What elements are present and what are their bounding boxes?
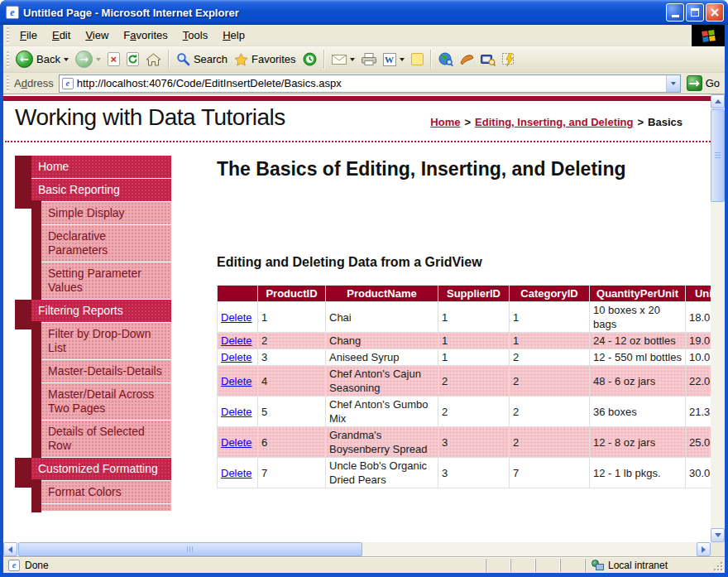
delete-link[interactable]: Delete: [221, 406, 252, 418]
address-dropdown-button[interactable]: [666, 75, 680, 92]
menu-edit[interactable]: Edit: [45, 29, 78, 41]
word-icon: W: [383, 53, 396, 66]
stop-button[interactable]: ×: [104, 50, 123, 68]
sidebar-item-details-of-selected-row[interactable]: Details of Selected Row: [15, 421, 171, 457]
sidebar-item-simple-display[interactable]: Simple Display: [15, 202, 171, 224]
chevron-right-icon: [702, 546, 706, 553]
vertical-scrollbar[interactable]: [711, 94, 725, 542]
action-cell: Delete: [218, 397, 258, 427]
scrollbar-corner: [711, 542, 725, 556]
chevron-down-icon: [715, 533, 721, 537]
custom-tool-button[interactable]: [457, 51, 477, 67]
go-label: Go: [706, 77, 720, 89]
sidebar-item-setting-parameter-values[interactable]: Setting Parameter Values: [15, 262, 171, 299]
addressbar-grip-handle[interactable]: [7, 75, 9, 92]
toolbar-separator: [323, 50, 325, 69]
browser-window: e Untitled Page - Microsoft Internet Exp…: [0, 0, 728, 577]
delete-link[interactable]: Delete: [221, 351, 252, 363]
print-button[interactable]: [358, 51, 380, 67]
research-button[interactable]: [435, 50, 457, 68]
go-button[interactable]: → Go: [687, 75, 720, 91]
search-label: Search: [194, 53, 228, 65]
back-button[interactable]: ← Back: [12, 49, 72, 70]
sidebar-item-label: Filtering Reports: [31, 300, 171, 322]
menu-file[interactable]: File: [12, 29, 45, 41]
sidebar-item-master-details-details[interactable]: Master-Details-Details: [15, 360, 171, 382]
sidebar-item-customized-formatting[interactable]: Customized Formatting: [15, 458, 171, 480]
window-frame: FileEditViewFavoritesToolsHelp ← Back → …: [3, 25, 725, 573]
scroll-right-button[interactable]: [697, 542, 711, 556]
search-button[interactable]: Search: [173, 50, 231, 68]
sidebar-item-basic-reporting[interactable]: Basic Reporting: [15, 179, 171, 201]
delete-link[interactable]: Delete: [221, 311, 252, 324]
horizontal-scrollbar[interactable]: [3, 542, 711, 556]
cell-productname: Chang: [326, 333, 438, 349]
cell-productid: 6: [258, 427, 326, 458]
toolbar-separator: [430, 50, 432, 69]
grid-row: Delete2Chang1124 - 12 oz bottles19.0: [218, 333, 711, 349]
favorites-button[interactable]: Favorites: [231, 51, 299, 68]
refresh-button[interactable]: [123, 50, 142, 68]
menu-favorites[interactable]: Favorites: [116, 29, 175, 41]
sidebar-item-filter-by-drop-down-list[interactable]: Filter by Drop-Down List: [15, 323, 171, 359]
horizontal-scroll-thumb[interactable]: [18, 542, 362, 556]
windows-throbber: [692, 25, 725, 46]
address-label: Address: [14, 77, 54, 89]
sidebar-item-home[interactable]: Home: [15, 156, 171, 178]
vertical-scroll-thumb[interactable]: [711, 109, 725, 202]
maximize-button[interactable]: [686, 3, 704, 22]
local-intranet-icon: [592, 560, 604, 570]
cell-supplierid: 1: [438, 349, 510, 366]
sidebar-item-declarative-parameters[interactable]: Declarative Parameters: [15, 225, 171, 262]
delete-link[interactable]: Delete: [221, 334, 252, 347]
minimize-button[interactable]: [666, 3, 684, 22]
menu-view[interactable]: View: [78, 29, 116, 41]
cell-productname: Aniseed Syrup: [326, 349, 438, 366]
scroll-left-button[interactable]: [3, 542, 17, 556]
window-title: Untitled Page - Microsoft Internet Explo…: [23, 7, 666, 19]
cell-quantityperunit: 36 boxes: [590, 397, 686, 427]
products-gridview: ProductIDProductNameSupplierIDCategoryID…: [217, 285, 711, 488]
messenger-button[interactable]: [408, 51, 427, 67]
resize-grip[interactable]: [711, 559, 724, 572]
close-button[interactable]: [706, 3, 724, 22]
breadcrumb-editing-inserting-and-deleting[interactable]: Editing, Inserting, and Deleting: [475, 116, 633, 128]
home-button[interactable]: [142, 51, 165, 68]
chevron-up-icon: [715, 99, 721, 103]
sidebar-item-format-colors[interactable]: Format Colors: [15, 481, 171, 503]
breadcrumb-home[interactable]: Home: [430, 116, 460, 128]
cell-quantityperunit: 10 boxes x 20 bags: [590, 302, 686, 333]
cell-unitprice: 22.0: [686, 366, 711, 397]
delete-link[interactable]: Delete: [221, 467, 252, 479]
favorites-star-icon: [234, 53, 248, 66]
sidebar-item-label: [41, 504, 171, 511]
quick-tool-button[interactable]: [499, 51, 520, 68]
favorites-search-button[interactable]: [477, 51, 499, 68]
cell-productid: 3: [258, 349, 326, 366]
cell-productid: 4: [258, 366, 326, 397]
sidebar-item-master-detail-across-two-pages[interactable]: Master/Detail Across Two Pages: [15, 383, 171, 420]
edit-with-word-button[interactable]: W: [380, 51, 408, 68]
toolbar-grip-handle[interactable]: [7, 51, 9, 68]
status-pane: [560, 559, 585, 572]
forward-button[interactable]: →: [72, 49, 104, 70]
history-button[interactable]: [299, 50, 320, 68]
close-icon: [711, 8, 719, 17]
forward-icon: →: [75, 50, 93, 68]
menu-help[interactable]: Help: [215, 29, 252, 41]
scroll-down-button[interactable]: [711, 528, 725, 542]
sidebar-item-label: Details of Selected Row: [41, 421, 171, 457]
address-input[interactable]: e http://localhost:4076/Code/EditInsertD…: [59, 75, 681, 93]
scroll-up-button[interactable]: [711, 94, 725, 108]
cell-unitprice: 25.0: [686, 427, 711, 458]
delete-link[interactable]: Delete: [221, 436, 252, 449]
address-url: http://localhost:4076/Code/EditInsertDel…: [77, 77, 666, 89]
mail-button[interactable]: [328, 53, 358, 66]
status-bar: e Done Local intranet: [3, 556, 725, 573]
menubar-grip-handle[interactable]: [7, 27, 9, 44]
sidebar-item-filtering-reports[interactable]: Filtering Reports: [15, 300, 171, 322]
menu-tools[interactable]: Tools: [175, 29, 215, 41]
breadcrumb: Home>Editing, Inserting, and Deleting>Ba…: [430, 116, 682, 128]
sidebar-item-label: Home: [31, 156, 171, 178]
delete-link[interactable]: Delete: [221, 375, 252, 387]
